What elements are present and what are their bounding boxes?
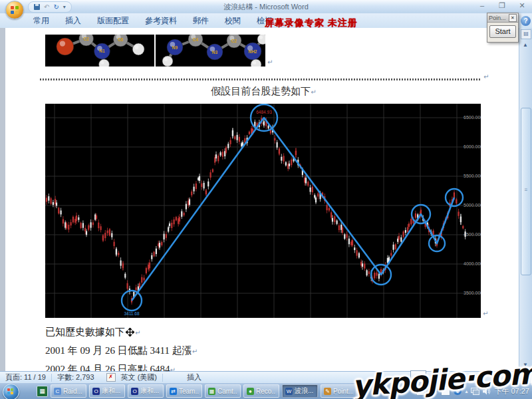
taskbar-button-kanghe-2[interactable]: O 康和...	[128, 384, 164, 398]
svg-text:4000.000: 4000.000	[464, 261, 481, 266]
qat-dropdown-icon[interactable]: ▾	[63, 3, 66, 11]
office-button[interactable]	[5, 1, 24, 19]
paragraph-mark: ↵	[483, 310, 488, 317]
paragraph-mark: ↵	[135, 329, 140, 336]
svg-text:3411.68: 3411.68	[124, 311, 139, 316]
start-button[interactable]	[3, 384, 19, 399]
close-button[interactable]: ✕	[515, 1, 529, 11]
office-logo-icon	[11, 6, 19, 14]
title-bar: 波浪結構 - Microsoft Word – ❐ ✕	[0, 0, 532, 14]
svg-text:N1: N1	[99, 49, 105, 53]
point-window: Poin... ✕ Start	[487, 13, 519, 43]
svg-text:4500.000: 4500.000	[464, 232, 481, 237]
windows-logo-icon	[7, 388, 14, 395]
taskbar-button-word-active[interactable]: W 波浪...	[282, 384, 318, 398]
tab-page-layout[interactable]: 版面配置	[89, 13, 137, 28]
vertical-scrollbar[interactable]: ▤ ▲ ≡ ▼	[519, 28, 532, 371]
tab-home[interactable]: 常用	[25, 13, 57, 28]
chart-caption: 假設目前台股走勢如下↵	[45, 85, 482, 98]
scrollbar-thumb[interactable]: ≡	[521, 108, 531, 275]
svg-text:6000.000: 6000.000	[464, 144, 481, 149]
svg-text:N9: N9	[172, 45, 178, 50]
language-indicator[interactable]: 英文 (美國)	[116, 372, 162, 382]
help-icon[interactable]: ?	[521, 16, 531, 26]
history-line-1: 2001 年 09 月 26 日低點 3411 起漲	[45, 345, 192, 356]
paragraph-mark: ↵	[483, 73, 489, 80]
paragraph-mark: ↵	[267, 59, 273, 66]
quick-launch-icon[interactable]: ▦	[37, 386, 48, 397]
taskbar-button-raidcall[interactable]: C Raid...	[51, 384, 86, 398]
paragraph-mark: ↵	[192, 348, 198, 355]
taskbar-button-kanghe-1[interactable]: O 康和...	[89, 384, 125, 398]
kanghe-icon: O	[131, 388, 138, 395]
pointer-icon: ✎	[324, 388, 331, 395]
svg-text:C4: C4	[193, 37, 199, 42]
point-start-button[interactable]: Start	[489, 25, 516, 38]
ruler-toggle-icon[interactable]: ▤	[521, 29, 531, 39]
molecule-image-2: N9C4N3C2NH2	[156, 35, 265, 66]
svg-text:3500.000: 3500.000	[464, 291, 481, 295]
quick-access-toolbar: ↶ ↻ ▾	[28, 1, 72, 13]
tab-insert[interactable]: 插入	[57, 13, 89, 28]
raidcall-icon: C	[54, 388, 61, 395]
svg-text:5000.000: 5000.000	[464, 203, 481, 207]
recorder-icon: ●	[247, 388, 254, 395]
minimize-button[interactable]: –	[475, 1, 489, 11]
svg-text:C2: C2	[83, 37, 89, 41]
save-icon[interactable]	[34, 4, 40, 10]
screen: 波浪結構 - Microsoft Word – ❐ ✕ ↶ ↻ ▾ 常用 插入 …	[0, 0, 532, 399]
undo-icon[interactable]: ↶	[44, 3, 49, 11]
thumb-grip: ≡	[521, 187, 531, 193]
word-count[interactable]: 字數: 2,793	[52, 372, 100, 382]
svg-text:C6: C6	[118, 37, 124, 42]
page-edge	[0, 28, 5, 371]
insert-mode[interactable]: 插入	[182, 372, 207, 382]
svg-text:5500.000: 5500.000	[464, 174, 481, 178]
proofing-error-icon[interactable]: ✗	[106, 373, 116, 382]
screen-recorder-banner: 屏幕录像专家 未注册	[265, 17, 358, 29]
svg-text:6500.000: 6500.000	[464, 115, 481, 120]
taskbar-button-camtasia[interactable]: ▦ Camt...	[205, 384, 241, 398]
svg-text:NH2: NH2	[248, 49, 257, 54]
tab-mailings[interactable]: 郵件	[185, 13, 217, 28]
document-page: C2N1C6 N9C4N3C2NH2 ↵ ↵ 假設目前台股走勢如下↵ 6500.…	[0, 28, 519, 371]
move-cursor-icon	[126, 328, 134, 336]
tab-references[interactable]: 參考資料	[137, 13, 185, 28]
paragraph-mark: ↵	[311, 88, 316, 96]
word-icon: W	[285, 388, 293, 395]
camtasia-icon: ▦	[208, 388, 215, 395]
point-close-icon[interactable]: ✕	[509, 14, 517, 22]
window-title: 波浪結構 - Microsoft Word	[0, 2, 532, 12]
dotted-separator	[40, 78, 481, 80]
svg-text:C2: C2	[231, 39, 237, 43]
molecule-image-1: C2N1C6	[45, 35, 154, 66]
taskbar-button-recorder[interactable]: ● Reco...	[243, 384, 279, 398]
scroll-up-icon[interactable]: ▲	[520, 40, 531, 50]
candlestick-chart: 6500.0006000.0005500.0005000.0004500.000…	[45, 104, 481, 318]
page-indicator[interactable]: 頁面: 11 / 19	[0, 372, 51, 382]
restore-button[interactable]: ❐	[495, 1, 509, 11]
kanghe-icon: O	[92, 388, 100, 395]
teamviewer-icon: ⇄	[170, 388, 177, 395]
history-heading: 已知歷史數據如下	[45, 327, 125, 337]
tab-review[interactable]: 校閱	[217, 13, 249, 28]
taskbar-button-teamviewer[interactable]: ⇄ Team...	[166, 384, 202, 398]
svg-text:6484.93: 6484.93	[256, 110, 272, 114]
svg-text:N3: N3	[212, 50, 218, 55]
taskbar-button-pointofix[interactable]: ✎ Point...	[321, 384, 356, 398]
point-window-title: Poin...	[489, 15, 506, 21]
redo-icon[interactable]: ↻	[53, 3, 59, 11]
